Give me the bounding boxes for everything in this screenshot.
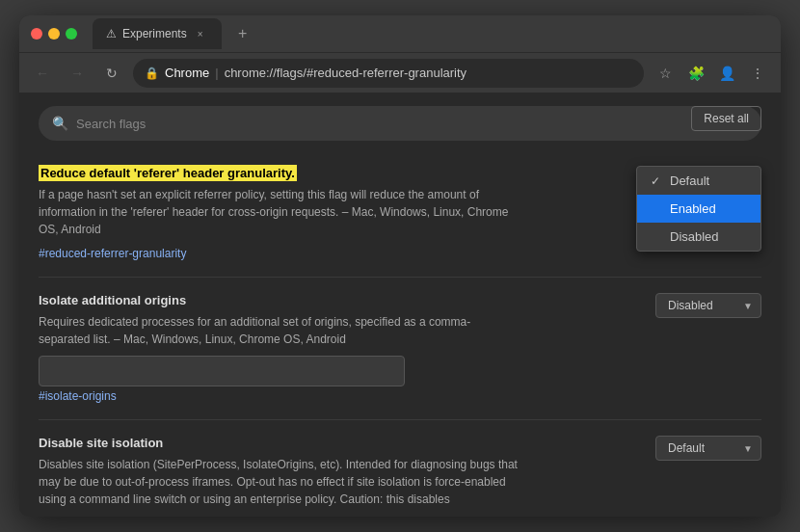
- minimize-button[interactable]: [48, 28, 60, 40]
- menu-button[interactable]: ⋮: [744, 60, 771, 87]
- tab-icon: ⚠: [106, 27, 117, 40]
- check-icon: ✓: [651, 174, 664, 188]
- flag-link[interactable]: #isolate-origins: [39, 389, 117, 403]
- reset-all-button[interactable]: Reset all: [691, 106, 761, 131]
- flag-description: Requires dedicated processes for an addi…: [39, 313, 520, 348]
- bookmark-button[interactable]: ☆: [652, 60, 679, 87]
- new-tab-button[interactable]: +: [229, 20, 256, 47]
- flag-link[interactable]: #reduced-referrer-granularity: [39, 247, 186, 260]
- tab-label: Experiments: [122, 27, 187, 40]
- dropdown-container: Default ▼: [655, 436, 761, 461]
- dropdown-option-default[interactable]: ✓ Default: [637, 167, 760, 195]
- flag-item: Disable site isolation Disables site iso…: [39, 420, 761, 517]
- traffic-lights: [31, 28, 77, 40]
- refresh-button[interactable]: ↻: [98, 60, 125, 87]
- profile-button[interactable]: 👤: [713, 60, 740, 87]
- dropdown-container: Disabled ▼: [655, 293, 761, 318]
- dropdown-button[interactable]: Default ▼: [655, 436, 761, 461]
- flag-control: Default ▼: [655, 436, 761, 461]
- search-icon: 🔍: [52, 116, 68, 131]
- option-label: Enabled: [670, 201, 716, 216]
- flags-list: Reduce default 'referer' header granular…: [19, 150, 781, 517]
- search-input[interactable]: [76, 117, 748, 131]
- search-bar: 🔍: [39, 106, 761, 141]
- address-bar[interactable]: 🔒 Chrome | chrome://flags/#reduced-refer…: [133, 59, 644, 88]
- address-path: chrome://flags/#reduced-referrer-granula…: [225, 66, 467, 80]
- nav-actions: ☆ 🧩 👤 ⋮: [652, 60, 771, 87]
- flag-title: Isolate additional origins: [39, 293, 761, 307]
- title-bar: ⚠ Experiments × +: [19, 15, 781, 52]
- flag-description: If a page hasn't set an explicit referre…: [39, 186, 520, 238]
- flag-item: Reduce default 'referer' header granular…: [39, 150, 761, 278]
- dropdown-button[interactable]: Disabled ▼: [655, 293, 761, 318]
- flag-text-input[interactable]: [39, 356, 405, 386]
- close-button[interactable]: [31, 28, 42, 40]
- dropdown-option-enabled[interactable]: Enabled: [637, 195, 760, 223]
- dropdown-menu: ✓ Default Enabled Disabled: [636, 166, 761, 252]
- flag-title: Disable site isolation: [39, 436, 761, 450]
- maximize-button[interactable]: [66, 28, 77, 40]
- content-area: 🔍 Reset all Reduce default 'referer' hea…: [19, 93, 781, 517]
- dropdown-selected: Disabled: [668, 299, 713, 312]
- flag-item: Isolate additional origins Requires dedi…: [39, 278, 761, 420]
- address-separator: |: [215, 66, 218, 80]
- flag-description: Disables site isolation (SitePerProcess,…: [39, 456, 520, 508]
- browser-window: ⚠ Experiments × + ← → ↻ 🔒 Chrome | chrom…: [19, 15, 781, 517]
- option-label: Disabled: [670, 229, 719, 244]
- extensions-button[interactable]: 🧩: [682, 60, 709, 87]
- dropdown-selected: Default: [668, 441, 705, 455]
- flag-title-highlighted: Reduce default 'referer' header granular…: [39, 165, 297, 181]
- search-bar-area: 🔍 Reset all: [19, 93, 781, 150]
- option-label: Default: [670, 173, 709, 188]
- address-brand: Chrome: [165, 66, 209, 80]
- forward-button[interactable]: →: [64, 60, 91, 87]
- back-button[interactable]: ←: [29, 60, 56, 87]
- chevron-down-icon: ▼: [743, 443, 753, 454]
- flag-control: Disabled ▼: [655, 293, 761, 318]
- active-tab[interactable]: ⚠ Experiments ×: [93, 18, 222, 49]
- tab-close-button[interactable]: ×: [193, 26, 208, 41]
- nav-bar: ← → ↻ 🔒 Chrome | chrome://flags/#reduced…: [19, 52, 781, 93]
- chevron-down-icon: ▼: [743, 301, 753, 311]
- dropdown-option-disabled[interactable]: Disabled: [637, 223, 760, 251]
